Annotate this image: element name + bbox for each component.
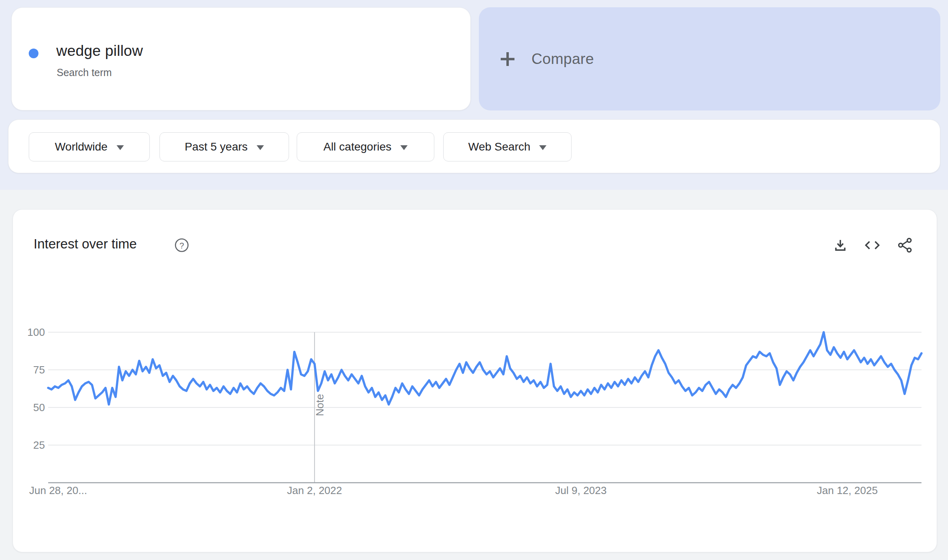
svg-text:25: 25 [33,439,45,451]
geo-filter-label: Worldwide [55,140,107,153]
interest-over-time-card: Interest over time ? 255 [13,209,937,552]
search-term-label: wedge pillow [56,42,143,59]
svg-text:50: 50 [33,401,45,414]
category-filter-label: All categories [323,140,391,153]
svg-text:Jul 9, 2023: Jul 9, 2023 [555,484,607,496]
compare-label: Compare [531,51,594,68]
search-type-filter-label: Web Search [468,140,531,153]
filter-bar: Worldwide Past 5 years All categories We… [8,119,940,173]
chevron-down-icon [257,145,264,150]
svg-text:Jan 12, 2025: Jan 12, 2025 [817,484,878,496]
chevron-down-icon [400,145,408,150]
time-filter-label: Past 5 years [185,140,248,153]
svg-text:Jun 28, 20...: Jun 28, 20... [29,484,87,496]
series-color-dot-icon [29,49,38,58]
geo-filter-dropdown[interactable]: Worldwide [29,132,150,161]
chevron-down-icon [539,145,546,150]
svg-text:Jan 2, 2022: Jan 2, 2022 [287,484,342,496]
svg-text:100: 100 [28,326,45,338]
svg-text:75: 75 [33,364,45,376]
plus-icon [501,52,514,66]
compare-button[interactable]: Compare [479,7,940,110]
chevron-down-icon [117,145,124,150]
search-term-card[interactable]: wedge pillow Search term [11,7,471,110]
search-term-type: Search term [57,67,112,78]
category-filter-dropdown[interactable]: All categories [297,132,434,161]
google-trends-explore-page: { "term_card": { "term": "wedge pillow",… [0,0,948,560]
interest-over-time-chart[interactable]: 255075100NoteJun 28, 20...Jan 2, 2022Jul… [13,210,937,553]
svg-text:Note: Note [314,394,326,416]
search-type-filter-dropdown[interactable]: Web Search [443,132,572,161]
time-filter-dropdown[interactable]: Past 5 years [159,132,289,161]
